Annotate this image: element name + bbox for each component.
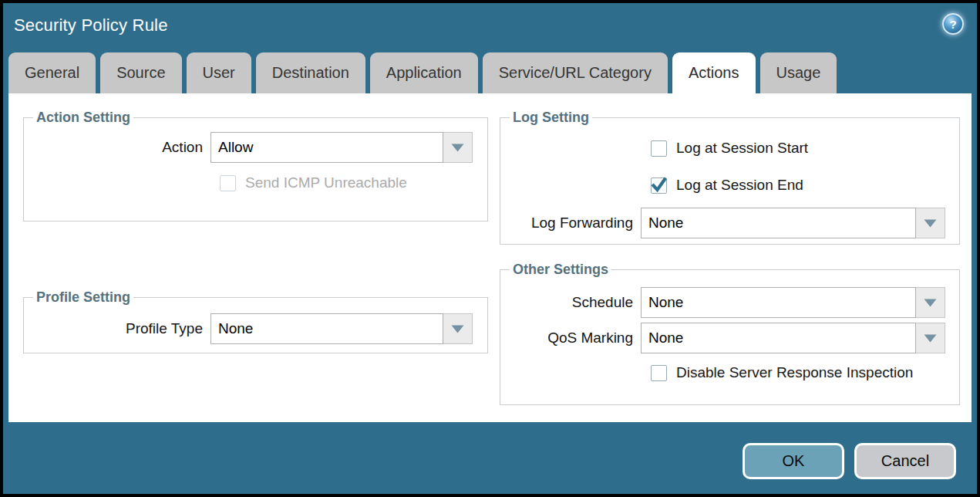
help-icon-glyph: ?	[949, 18, 956, 31]
tab-user[interactable]: User	[187, 52, 251, 93]
schedule-label: Schedule	[508, 294, 641, 311]
qos-marking-label: QoS Marking	[508, 330, 641, 347]
log-at-session-end-checkbox[interactable]	[651, 178, 667, 194]
qos-marking-dropdown[interactable]: None	[641, 323, 945, 353]
log-at-session-start-checkbox[interactable]	[651, 140, 667, 157]
ok-button[interactable]: OK	[743, 443, 844, 479]
log-forwarding-dropdown[interactable]: None	[641, 208, 945, 238]
schedule-dropdown[interactable]: None	[641, 287, 945, 318]
chevron-down-icon[interactable]	[916, 208, 945, 238]
dialog-footer: OK Cancel	[3, 422, 977, 494]
actions-tab-panel: Action Setting Action Allow Send ICMP Un…	[8, 93, 972, 422]
qos-marking-dropdown-value: None	[641, 323, 916, 353]
dialog-title: Security Policy Rule	[14, 15, 168, 36]
profile-setting-legend: Profile Setting	[33, 289, 133, 306]
help-icon[interactable]: ?	[942, 13, 964, 35]
chevron-down-icon[interactable]	[916, 323, 945, 353]
log-session-end-row: Log at Session End	[651, 177, 951, 194]
log-forwarding-label: Log Forwarding	[508, 215, 641, 232]
log-setting-section: Log Setting Log at Session Start Log at …	[500, 110, 960, 245]
action-setting-legend: Action Setting	[33, 110, 133, 126]
security-policy-rule-dialog: Security Policy Rule ? General Source Us…	[0, 0, 980, 497]
cancel-button[interactable]: Cancel	[854, 443, 956, 479]
schedule-dropdown-value: None	[641, 287, 916, 318]
action-setting-section: Action Setting Action Allow Send ICMP Un…	[23, 110, 488, 221]
disable-server-response-inspection-checkbox[interactable]	[651, 365, 667, 381]
log-forwarding-dropdown-value: None	[641, 208, 916, 238]
other-settings-legend: Other Settings	[510, 262, 611, 278]
send-icmp-row: Send ICMP Unreachable	[220, 174, 480, 191]
log-setting-legend: Log Setting	[510, 110, 592, 126]
tab-destination[interactable]: Destination	[256, 52, 365, 93]
log-session-start-row: Log at Session Start	[651, 140, 951, 157]
disable-server-response-inspection-label: Disable Server Response Inspection	[676, 364, 913, 381]
tab-service-url-category[interactable]: Service/URL Category	[483, 52, 668, 93]
tab-actions[interactable]: Actions	[672, 52, 756, 93]
dialog-titlebar: Security Policy Rule ?	[3, 3, 977, 48]
send-icmp-checkbox	[220, 175, 236, 191]
dsri-row: Disable Server Response Inspection	[651, 364, 951, 381]
send-icmp-label: Send ICMP Unreachable	[245, 174, 407, 191]
profile-type-dropdown-value: None	[210, 313, 443, 344]
profile-setting-section: Profile Setting Profile Type None	[23, 289, 488, 353]
chevron-down-icon[interactable]	[916, 287, 945, 318]
tab-source[interactable]: Source	[100, 52, 181, 93]
other-settings-section: Other Settings Schedule None QoS Marking…	[500, 262, 960, 405]
action-label: Action	[32, 139, 210, 156]
log-at-session-start-label: Log at Session Start	[676, 140, 808, 157]
tab-application[interactable]: Application	[370, 52, 478, 93]
profile-type-dropdown[interactable]: None	[210, 313, 473, 344]
chevron-down-icon[interactable]	[443, 132, 473, 163]
log-at-session-end-label: Log at Session End	[676, 177, 803, 194]
tab-general[interactable]: General	[8, 52, 96, 93]
profile-type-label: Profile Type	[32, 320, 210, 337]
action-dropdown[interactable]: Allow	[210, 132, 473, 163]
chevron-down-icon[interactable]	[443, 313, 473, 344]
tab-usage[interactable]: Usage	[760, 52, 837, 93]
action-dropdown-value: Allow	[210, 132, 443, 163]
tab-bar: General Source User Destination Applicat…	[3, 48, 977, 93]
